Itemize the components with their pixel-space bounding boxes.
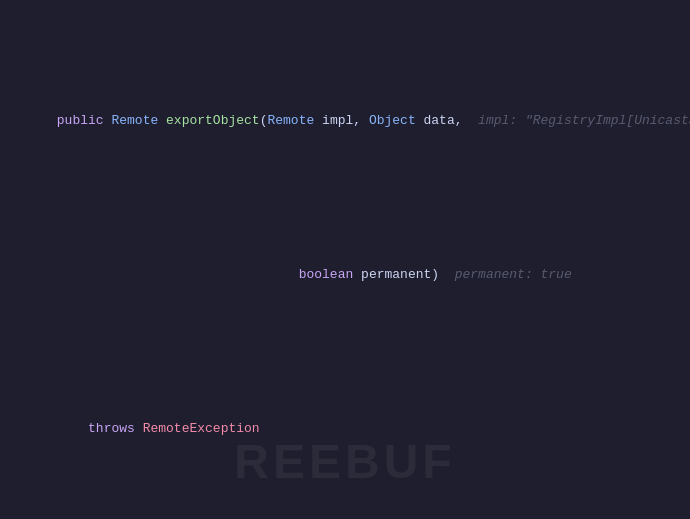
keyword-throws: throws bbox=[88, 421, 143, 436]
code-line-2: boolean permanent) permanent: true bbox=[0, 242, 690, 308]
code-line-1: public Remote exportObject(Remote impl, … bbox=[0, 88, 690, 154]
method-exportObject: exportObject bbox=[166, 113, 260, 128]
code-line-3: throws RemoteException bbox=[0, 396, 690, 462]
exception-remoteexception: RemoteException bbox=[143, 421, 260, 436]
keyword-public: public bbox=[57, 113, 112, 128]
code-editor: public Remote exportObject(Remote impl, … bbox=[0, 0, 690, 519]
type-remote: Remote bbox=[111, 113, 166, 128]
